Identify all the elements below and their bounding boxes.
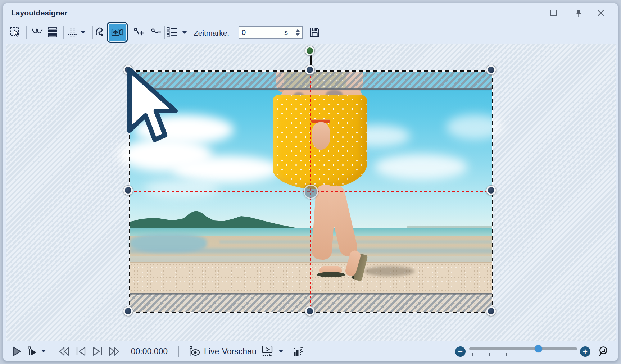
motion-curve-icon — [95, 26, 108, 39]
main-toolbar: Zeitmarke: s — [3, 21, 618, 44]
grid-button[interactable] — [65, 24, 80, 41]
resize-handle-bottom-center[interactable] — [305, 306, 314, 316]
photo-hills — [130, 208, 299, 230]
maximize-button[interactable] — [549, 8, 558, 18]
toolbar-separator — [26, 26, 27, 39]
chevron-down-icon — [81, 31, 86, 34]
slider-tick — [489, 353, 490, 356]
next-frame-icon — [92, 346, 103, 357]
live-preview-pin-eye-icon — [189, 346, 201, 357]
title-bar[interactable]: Layoutdesigner — [3, 3, 618, 21]
close-icon — [597, 9, 605, 17]
remove-keyframe-button[interactable] — [149, 24, 164, 41]
toolbar-separator — [92, 26, 93, 39]
timemark-input[interactable] — [239, 28, 284, 37]
play-button[interactable] — [10, 344, 24, 359]
rotation-handle[interactable] — [305, 46, 314, 55]
fast-forward-button[interactable] — [107, 344, 121, 359]
person-shadow — [364, 266, 414, 276]
play-icon — [12, 346, 22, 357]
live-preview-label: Live-Vorschau — [204, 347, 257, 356]
zoom-out-button[interactable]: − — [455, 346, 466, 357]
center-handle[interactable] — [304, 185, 318, 199]
chevron-down-icon — [182, 31, 187, 34]
timemark-label: Zeitmarke: — [194, 29, 229, 37]
select-tool-icon — [9, 26, 22, 38]
live-preview-button[interactable] — [188, 344, 203, 359]
resize-handle-top-right[interactable] — [486, 65, 496, 74]
object-list-icon — [166, 26, 178, 38]
window-title: Layoutdesigner — [11, 9, 67, 17]
scale-display-button[interactable] — [290, 344, 305, 359]
close-button[interactable] — [596, 8, 606, 18]
transport-separator — [54, 346, 54, 357]
maximize-icon — [550, 9, 558, 17]
resize-handle-middle-left[interactable] — [123, 186, 133, 195]
fast-forward-icon — [108, 346, 120, 357]
resize-handle-bottom-right[interactable] — [486, 306, 496, 316]
play-from-timemark-icon — [27, 346, 38, 357]
camera-pan-icon — [111, 26, 124, 39]
timemark-spinner[interactable] — [293, 27, 302, 38]
add-keyframe-button[interactable] — [131, 24, 146, 41]
save-icon — [309, 26, 321, 38]
timemark-unit: s — [284, 28, 293, 37]
zoom-slider-thumb[interactable] — [535, 345, 542, 352]
skip-to-start-icon — [59, 346, 70, 357]
slider-tick — [540, 353, 540, 356]
zoom-slider-ticks — [469, 353, 577, 356]
chevron-down-icon — [278, 350, 284, 353]
preview-window-button[interactable] — [260, 344, 275, 359]
path-curves-icon — [31, 26, 44, 38]
spinner-down-icon — [296, 33, 300, 36]
play-options-dropdown[interactable] — [40, 349, 47, 354]
object-list-button[interactable] — [164, 24, 180, 41]
slider-tick — [506, 353, 507, 356]
chevron-down-icon — [41, 350, 46, 353]
layoutdesigner-window: Layoutdesigner — [3, 3, 618, 361]
resize-handle-top-center[interactable] — [305, 65, 314, 74]
previous-frame-button[interactable] — [74, 344, 88, 359]
zoom-slider-track[interactable] — [469, 347, 577, 350]
grid-icon — [67, 26, 79, 38]
person-hand — [312, 122, 330, 150]
add-keyframe-icon — [132, 26, 145, 39]
slider-tick — [472, 353, 473, 356]
path-tool-button[interactable] — [30, 24, 45, 41]
slider-tick — [523, 353, 523, 356]
timemark-field: s — [239, 26, 303, 39]
transport-bar: 00:00.000 Live-Vorschau — [3, 341, 618, 361]
scale-ruler-icon — [292, 346, 303, 357]
zoom-in-button[interactable]: + — [580, 346, 590, 357]
pin-button[interactable] — [574, 8, 583, 18]
object-list-dropdown-button[interactable] — [181, 30, 188, 35]
stack-order-button[interactable] — [45, 24, 60, 41]
camera-pan-button[interactable] — [107, 22, 128, 43]
toolbar-separator — [63, 26, 64, 39]
photo-object[interactable] — [130, 71, 493, 313]
zoom-fit-magnifier-icon — [598, 346, 610, 357]
slider-tick — [574, 353, 574, 356]
time-display: 00:00.000 — [124, 347, 174, 356]
next-frame-button[interactable] — [90, 344, 105, 359]
resize-handle-bottom-left[interactable] — [123, 306, 133, 316]
save-button[interactable] — [307, 25, 322, 40]
stack-order-icon — [46, 26, 59, 38]
play-from-timemark-button[interactable] — [26, 344, 40, 359]
skip-to-start-button[interactable] — [57, 344, 72, 359]
resize-handle-middle-right[interactable] — [486, 186, 496, 195]
grid-dropdown-button[interactable] — [80, 30, 87, 35]
spinner-up-icon — [296, 29, 300, 32]
layout-canvas[interactable] — [6, 44, 616, 341]
transport-separator — [178, 346, 179, 357]
person-flipflop-flat — [317, 272, 345, 277]
previous-frame-icon — [75, 346, 87, 357]
select-tool-button[interactable] — [8, 24, 23, 41]
zoom-fit-button[interactable] — [597, 344, 611, 359]
remove-keyframe-icon — [150, 26, 163, 39]
slider-tick — [557, 353, 557, 356]
mouse-cursor-graphic — [126, 68, 183, 149]
preview-options-dropdown[interactable] — [277, 349, 285, 354]
pin-icon — [575, 9, 583, 17]
preview-window-play-icon — [262, 345, 273, 358]
